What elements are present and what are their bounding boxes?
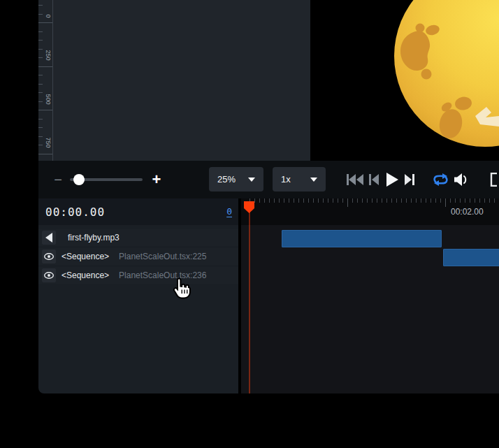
previous-frame-icon	[369, 173, 379, 186]
in-out-points-button[interactable]	[490, 161, 498, 198]
current-frame-link[interactable]: 0	[226, 206, 232, 217]
visibility-toggle[interactable]	[42, 268, 56, 282]
playhead-marker[interactable]	[244, 201, 254, 213]
skip-to-start-icon	[347, 173, 363, 186]
play-button[interactable]	[386, 161, 398, 198]
timeline-time-label: 00:02.00	[451, 207, 484, 217]
track-row-audio[interactable]: first-flyby.mp3	[38, 229, 238, 246]
timeline-header: 00:00.00 0	[38, 198, 238, 225]
current-time-display: 00:00.00	[45, 205, 105, 219]
next-frame-icon	[405, 173, 414, 186]
sequence-tag: <Sequence>	[62, 252, 109, 261]
audio-track-icon-box[interactable]	[42, 231, 56, 245]
play-icon	[386, 173, 398, 187]
previous-frame-button[interactable]	[369, 161, 379, 198]
loop-toggle-button[interactable]	[432, 161, 449, 198]
sequence-bar[interactable]	[282, 230, 442, 247]
chevron-down-icon	[310, 178, 317, 182]
canvas-panel: 0 250 500 750	[38, 0, 310, 161]
playback-rate-dropdown[interactable]: 1x	[273, 167, 326, 192]
eye-icon	[44, 272, 54, 279]
sequence-tag: <Sequence>	[62, 270, 109, 280]
timeline-ruler[interactable]: 00:02.00	[241, 198, 499, 225]
loop-icon	[432, 173, 449, 187]
volume-button[interactable]	[454, 161, 469, 198]
timeline-track-list: 00:00.00 0 first-flyby.mp3	[38, 198, 238, 393]
next-frame-button[interactable]	[405, 161, 414, 198]
zoom-out-button[interactable]: −	[51, 173, 65, 187]
hand-cursor	[171, 277, 191, 300]
volume-icon	[454, 173, 469, 187]
eye-icon	[44, 253, 54, 260]
ruler-label: 250	[45, 48, 52, 63]
ruler-label: 750	[45, 135, 52, 150]
chevron-down-icon	[248, 178, 255, 182]
speaker-icon	[45, 233, 53, 243]
canvas-zoom-dropdown[interactable]: 25%	[209, 167, 263, 192]
video-preview	[310, 0, 499, 161]
ruler-label: 500	[45, 92, 52, 107]
ruler-label: 0	[45, 8, 52, 24]
playback-toolbar: − + 25% 1x	[38, 161, 499, 198]
canvas-zoom-value: 25%	[217, 174, 236, 185]
playhead-line	[249, 210, 250, 393]
playback-rate-value: 1x	[281, 174, 291, 185]
canvas-vertical-ruler: 0 250 500 750	[38, 0, 53, 161]
sequence-bar[interactable]	[443, 249, 499, 266]
planet-graphic	[310, 0, 499, 161]
visibility-toggle[interactable]	[42, 250, 56, 263]
track-name: first-flyby.mp3	[68, 233, 120, 243]
sequence-source: PlanetScaleOut.tsx:236	[119, 270, 206, 280]
timeline-zoom-slider-thumb[interactable]	[73, 174, 85, 185]
zoom-in-button[interactable]: +	[149, 171, 164, 189]
timeline-panel: 00:00.00 0 first-flyby.mp3	[38, 198, 499, 393]
track-row-sequence-1[interactable]: <Sequence> PlanetScaleOut.tsx:225	[38, 248, 238, 265]
timeline-tracks-area[interactable]: 00:02.00	[241, 198, 499, 393]
remotion-studio-window: 0 250 500 750	[0, 0, 499, 448]
in-out-bracket-icon	[490, 173, 498, 187]
sequence-source: PlanetScaleOut.tsx:225	[119, 252, 206, 261]
track-row-sequence-2[interactable]: <Sequence> PlanetScaleOut.tsx:236	[38, 267, 238, 284]
skip-to-start-button[interactable]	[347, 161, 363, 198]
